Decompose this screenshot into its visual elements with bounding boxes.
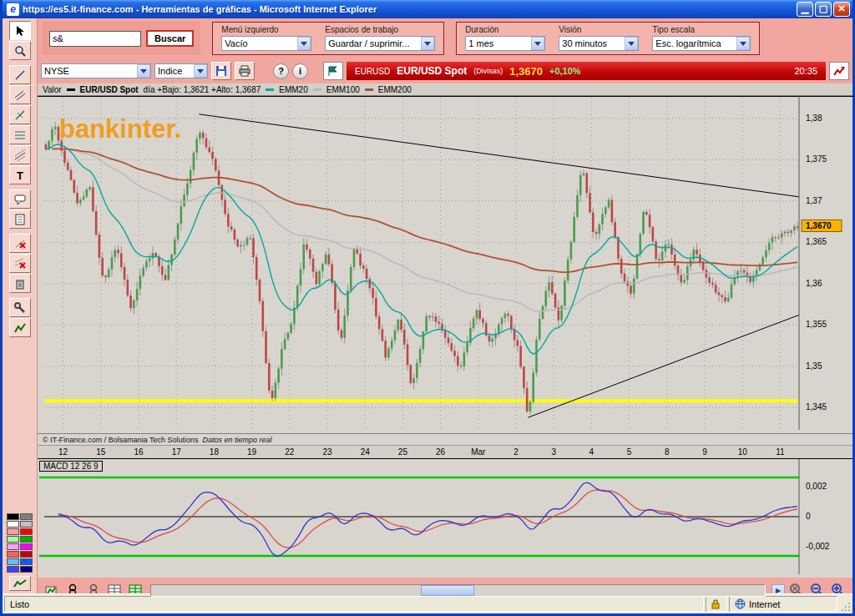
text-tool[interactable]: T xyxy=(9,165,31,184)
ie-favicon: e xyxy=(7,3,19,16)
time-axis-label: 15 xyxy=(96,447,105,457)
top-controls: Buscar Menú izquierdo Vacío Espacios de … xyxy=(38,18,852,58)
color-palette xyxy=(7,513,33,573)
exchange-select[interactable]: NYSE xyxy=(41,63,151,78)
palette-swatch[interactable] xyxy=(7,521,19,528)
scrollbar-thumb[interactable] xyxy=(421,585,474,596)
time-axis-label: 19 xyxy=(247,447,256,457)
vision-select[interactable]: 30 minutos xyxy=(559,36,639,51)
time-axis-label: 16 xyxy=(134,447,143,457)
bankinter-watermark: bankinter. xyxy=(59,114,181,144)
palette-swatch[interactable] xyxy=(7,551,19,558)
emm200-swatch xyxy=(365,88,373,91)
duration-select[interactable]: 1 mes xyxy=(465,36,545,51)
chevron-down-icon xyxy=(194,64,207,78)
save-icon[interactable] xyxy=(211,62,231,80)
svg-text:1,375: 1,375 xyxy=(806,154,827,164)
time-axis-label: 5 xyxy=(627,447,632,457)
quote-symbol: EURUSD xyxy=(355,67,390,76)
main-chart-canvas[interactable]: 1,3451,351,3551,361,3651,371,3751,381,36… xyxy=(38,96,854,430)
svg-text:1,3670: 1,3670 xyxy=(806,221,832,230)
time-axis-label: 3 xyxy=(551,447,556,457)
left-menu-select[interactable]: Vacío xyxy=(221,36,311,51)
horizontal-scrollbar[interactable] xyxy=(150,584,766,597)
flag-icon[interactable] xyxy=(323,62,343,80)
search-input[interactable] xyxy=(49,31,141,47)
palette-swatch[interactable] xyxy=(7,558,19,565)
chevron-down-icon xyxy=(736,37,750,50)
palette-swatch[interactable] xyxy=(20,566,33,573)
quote-name: EUR/USD Spot xyxy=(397,65,467,77)
legend-day-stats: día +Bajo: 1,3621 +Alto: 1,3687 xyxy=(144,85,261,94)
time-axis-label: Mar xyxy=(471,447,485,457)
quote-banner: EURUSD EUR/USD Spot (Divisas) 1,3670 +0,… xyxy=(347,62,826,80)
workspaces-select[interactable]: Guardar / suprimir... xyxy=(325,36,435,51)
title-bar: e https://es5.it-finance.com - Herramien… xyxy=(3,0,852,18)
palette-swatch[interactable] xyxy=(7,543,19,550)
erase-line-tool[interactable] xyxy=(9,234,31,253)
popout-chart-icon[interactable] xyxy=(829,62,849,80)
chevron-down-icon xyxy=(137,64,150,78)
fib-tool[interactable] xyxy=(9,125,31,144)
wrench-tool[interactable] xyxy=(9,298,31,317)
svg-text:1,36: 1,36 xyxy=(806,279,822,288)
time-axis-label: 2 xyxy=(514,447,519,457)
cursor-tool[interactable] xyxy=(9,21,31,40)
search-button[interactable]: Buscar xyxy=(146,30,194,47)
palette-swatch[interactable] xyxy=(7,536,19,543)
palette-swatch[interactable] xyxy=(20,558,33,565)
chart-style-icon[interactable] xyxy=(9,576,31,591)
emm100-swatch xyxy=(313,88,321,91)
chevron-down-icon xyxy=(625,37,638,50)
trash-tool[interactable] xyxy=(9,274,31,293)
notes-tool[interactable] xyxy=(9,210,31,229)
close-button[interactable]: ✕ xyxy=(833,2,850,17)
svg-text:1,355: 1,355 xyxy=(806,320,827,329)
status-zone: Internet xyxy=(729,596,837,612)
time-axis: 1215161718192223242526Mar2345891011 xyxy=(38,445,852,458)
palette-swatch[interactable] xyxy=(7,566,19,573)
instrument-type-select[interactable]: Indice xyxy=(154,63,208,78)
regression-tool[interactable] xyxy=(9,145,31,164)
line-tool[interactable] xyxy=(9,65,31,84)
resize-grip[interactable] xyxy=(839,596,851,612)
time-axis-label: 10 xyxy=(738,447,747,457)
zoom-tool[interactable] xyxy=(9,41,31,60)
palette-swatch[interactable] xyxy=(7,513,19,520)
indicator-tool[interactable] xyxy=(9,318,31,337)
cross-tool[interactable] xyxy=(9,105,31,124)
lock-icon xyxy=(706,596,727,612)
callout-tool[interactable] xyxy=(9,189,31,209)
help-button[interactable]: ? xyxy=(273,63,289,79)
time-axis-label: 22 xyxy=(285,447,294,457)
macd-canvas[interactable]: 0,0020-0,002 xyxy=(38,459,854,574)
chevron-down-icon xyxy=(421,37,434,50)
menu-workspace-group: Menú izquierdo Vacío Espacios de trabajo… xyxy=(212,22,444,55)
print-icon[interactable] xyxy=(235,62,255,80)
minimize-button[interactable]: ▁ xyxy=(797,2,813,17)
svg-text:1,365: 1,365 xyxy=(806,237,827,246)
palette-swatch[interactable] xyxy=(20,543,33,550)
time-axis-label: 4 xyxy=(589,447,594,457)
channel-tool[interactable] xyxy=(9,85,31,104)
svg-text:1,37: 1,37 xyxy=(806,196,822,205)
palette-swatch[interactable] xyxy=(20,528,33,535)
globe-icon xyxy=(735,598,746,609)
macd-panel: 0,0020-0,002 MACD 12 26 9 xyxy=(38,458,852,578)
info-button[interactable]: i xyxy=(292,63,308,79)
maximize-button[interactable]: ▢ xyxy=(815,2,832,17)
drawing-toolbar: T xyxy=(3,18,38,593)
svg-text:-0,002: -0,002 xyxy=(806,542,830,551)
time-axis-label: 17 xyxy=(172,447,181,457)
scale-type-select[interactable]: Esc. logarítmica xyxy=(652,36,751,51)
palette-swatch[interactable] xyxy=(20,521,33,528)
svg-text:0,002: 0,002 xyxy=(806,482,827,491)
palette-swatch[interactable] xyxy=(7,528,19,535)
workspaces-label: Espacios de trabajo xyxy=(325,25,435,34)
time-axis-label: 26 xyxy=(436,447,445,457)
palette-swatch[interactable] xyxy=(20,551,33,558)
palette-swatch[interactable] xyxy=(20,536,33,543)
time-axis-label: 18 xyxy=(210,447,219,457)
erase-all-tool[interactable] xyxy=(9,254,31,273)
palette-swatch[interactable] xyxy=(20,513,33,520)
